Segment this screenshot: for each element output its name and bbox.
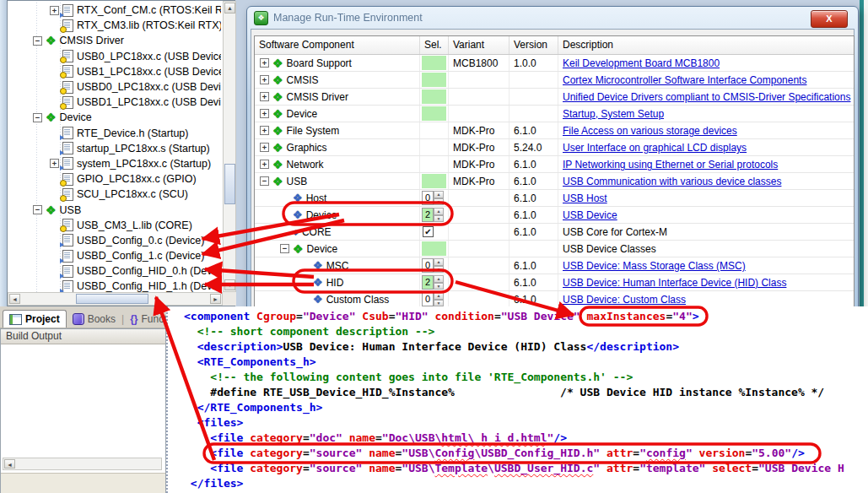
tree-item[interactable]: +system_LPC18xx.c (Startup) [8, 156, 221, 171]
expand-icon[interactable]: + [260, 58, 269, 68]
expand-icon[interactable]: + [260, 160, 269, 169]
spinner-value[interactable]: 2 [422, 275, 434, 290]
column-software-component[interactable]: Software Component [255, 36, 420, 54]
description-link[interactable]: USB Device [558, 207, 854, 221]
expand-icon[interactable]: + [50, 159, 59, 168]
tree-hscroll-thumb[interactable] [76, 294, 148, 304]
tree-item[interactable]: startup_LPC18xx.s (Startup) [8, 141, 221, 156]
component-row[interactable]: −❖DeviceUSB Device Classes [255, 241, 854, 257]
tree-item[interactable]: USBD1_LPC18xx.c (USB Device: [8, 95, 221, 110]
spinner-up-icon[interactable]: ▲ [434, 292, 444, 300]
collapse-icon[interactable]: − [260, 176, 269, 186]
spinner-value[interactable]: 0 [422, 292, 434, 306]
collapse-icon[interactable]: − [33, 205, 42, 214]
description-link[interactable]: USB Device: Custom Class [558, 291, 854, 306]
expand-icon[interactable]: + [260, 75, 269, 84]
description-link[interactable]: USB Communication with various device cl… [558, 173, 854, 187]
tab-project[interactable]: Project [3, 310, 67, 328]
spinner-up-icon[interactable]: ▲ [434, 191, 444, 198]
component-row[interactable]: +❖GraphicsMDK-Pro5.24.0User Interface on… [255, 139, 854, 156]
spinner-down-icon[interactable]: ▼ [434, 283, 444, 290]
description-link[interactable]: USB Device: Mass Storage Class (MSC) [558, 257, 854, 272]
component-row[interactable]: +❖CMSISCortex Microcontroller Software I… [255, 72, 854, 89]
collapse-icon[interactable]: − [33, 113, 42, 122]
spinner-up-icon[interactable]: ▲ [434, 258, 444, 266]
tree-item[interactable]: GPIO_LPC18xx.c (GPIO) [8, 171, 221, 187]
column-version[interactable]: Version [509, 36, 558, 54]
description-link[interactable]: File Access on various storage devices [558, 122, 854, 137]
tree-item[interactable]: USBD0_LPC18xx.c (USB Device: [8, 79, 221, 95]
tree-item[interactable]: −❖Device [8, 110, 221, 125]
collapse-icon[interactable]: − [33, 36, 42, 46]
expand-icon[interactable]: + [260, 143, 269, 152]
expand-icon[interactable]: + [260, 126, 269, 135]
component-row[interactable]: ❖Custom Class0▲▼6.1.0USB Device: Custom … [255, 291, 854, 308]
scroll-left-icon[interactable]: ◄ [4, 459, 15, 469]
description-link[interactable]: Keil Development Board MCB1800 [558, 55, 854, 69]
select-checkbox[interactable]: ✔ [423, 226, 434, 237]
build-output-scrollbar[interactable]: ◄ [3, 458, 162, 470]
component-row[interactable]: −❖USBMDK-Pro6.1.0USB Communication with … [255, 173, 854, 190]
tree-item[interactable]: USB1_LPC18xx.c (USB Device:U [8, 64, 221, 79]
spinner-value[interactable]: 2 [422, 208, 434, 222]
tree-item[interactable]: SCU_LPC18xx.c (SCU) [8, 187, 221, 202]
tree-item[interactable]: −❖USB [8, 202, 221, 217]
tree-item[interactable]: USBD_Config_0.c (Device) [8, 233, 221, 248]
component-row[interactable]: ❖Host0▲▼6.1.0USB Host [255, 190, 854, 207]
instance-count-spinner[interactable]: 0▲▼ [422, 292, 444, 306]
tree-item[interactable]: −❖CMSIS Driver [8, 33, 221, 48]
component-row[interactable]: ◆CORE✔6.1.0USB Core for Cortex-M [255, 224, 854, 241]
collapse-icon[interactable]: − [280, 244, 289, 253]
description-link[interactable]: USB Host [558, 190, 854, 204]
component-row[interactable]: ❖MSC0▲▼6.1.0USB Device: Mass Storage Cla… [255, 257, 854, 274]
pdsc-code-panel[interactable]: <component Cgroup="Device" Csub="HID" co… [166, 306, 868, 493]
tree-vertical-scrollbar[interactable]: ▲ ▼ [223, 1, 236, 292]
dialog-titlebar[interactable]: ❖ Manage Run-Time Environment X [247, 7, 858, 29]
column-sel[interactable]: Sel. [420, 36, 449, 54]
description-link[interactable]: Cortex Microcontroller Software Interfac… [558, 72, 854, 86]
component-row[interactable]: +❖Board SupportMCB18001.0.0Keil Developm… [255, 55, 854, 72]
tab-books[interactable]: Books [67, 311, 121, 328]
description-link[interactable]: USB Device: Human Interface Device (HID)… [558, 274, 854, 289]
spinner-value[interactable]: 0 [422, 191, 434, 205]
description-link[interactable]: User Interface on graphical LCD displays [558, 139, 854, 154]
instance-count-spinner[interactable]: 0▲▼ [422, 258, 444, 273]
column-variant[interactable]: Variant [449, 36, 509, 54]
tree-item[interactable]: USB0_LPC18xx.c (USB Device:U [8, 49, 221, 64]
scroll-up-icon[interactable]: ▲ [224, 3, 235, 14]
close-button[interactable]: X [811, 10, 848, 28]
spinner-up-icon[interactable]: ▲ [434, 208, 444, 215]
tree-item[interactable]: USBD_Config_HID_0.h (Device: [8, 263, 221, 279]
component-row[interactable]: ❖HID2▲▼6.1.0USB Device: Human Interface … [255, 274, 854, 291]
scroll-down-icon[interactable]: ▼ [224, 279, 235, 290]
tree-item[interactable]: +RTX_Conf_CM.c (RTOS:Keil RT [8, 3, 221, 18]
component-row[interactable]: +❖NetworkMDK-Pro6.1.0IP Networking using… [255, 156, 854, 173]
tree-item[interactable]: USB_CM3_L.lib (CORE) [8, 218, 221, 233]
tree-item[interactable]: USBD_Config_1.c (Device) [8, 248, 221, 263]
description-link[interactable]: Unified Device Drivers compliant to CMSI… [558, 89, 854, 103]
component-row[interactable]: ❖Device2▲▼6.1.0USB Device [255, 207, 854, 224]
tree-item[interactable]: RTE_Device.h (Startup) [8, 126, 221, 141]
expand-icon[interactable]: + [260, 92, 269, 101]
tree-item[interactable]: RTX_CM3.lib (RTOS:Keil RTX) [8, 18, 221, 33]
column-description[interactable]: Description [558, 36, 854, 54]
tree-vscroll-thumb[interactable] [224, 164, 235, 204]
scroll-left-icon[interactable]: ◄ [9, 294, 20, 304]
expand-icon[interactable]: + [260, 109, 269, 118]
component-row[interactable]: +❖File SystemMDK-Pro6.1.0File Access on … [255, 122, 854, 139]
spinner-down-icon[interactable]: ▼ [434, 300, 444, 307]
tree-horizontal-scrollbar[interactable]: ◄ ► [8, 292, 223, 306]
instance-count-spinner[interactable]: 2▲▼ [422, 275, 444, 290]
instance-count-spinner[interactable]: 0▲▼ [422, 191, 444, 205]
spinner-up-icon[interactable]: ▲ [434, 275, 444, 283]
component-row[interactable]: +❖CMSIS DriverUnified Device Drivers com… [255, 89, 854, 106]
spinner-value[interactable]: 0 [422, 258, 434, 273]
spinner-down-icon[interactable]: ▼ [434, 215, 444, 223]
component-row[interactable]: +❖DeviceStartup, System Setup [255, 106, 854, 122]
tab-functions[interactable]: {} Funct [124, 311, 166, 328]
description-link[interactable]: Startup, System Setup [558, 106, 854, 120]
description-link[interactable]: IP Networking using Ethernet or Serial p… [558, 156, 854, 171]
scroll-right-icon[interactable]: ► [210, 294, 221, 304]
instance-count-spinner[interactable]: 2▲▼ [422, 208, 444, 222]
spinner-down-icon[interactable]: ▼ [434, 266, 444, 274]
